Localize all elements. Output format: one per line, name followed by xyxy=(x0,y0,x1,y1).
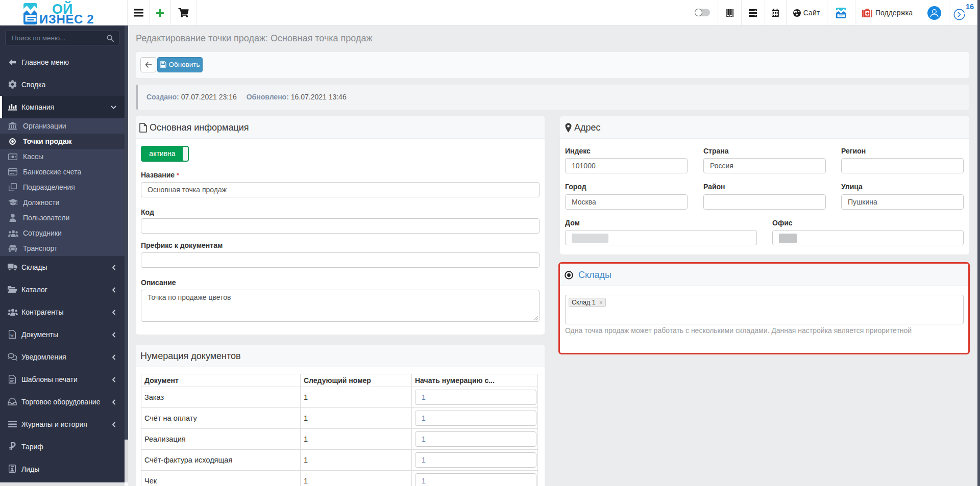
svg-text:w: w xyxy=(10,333,14,338)
